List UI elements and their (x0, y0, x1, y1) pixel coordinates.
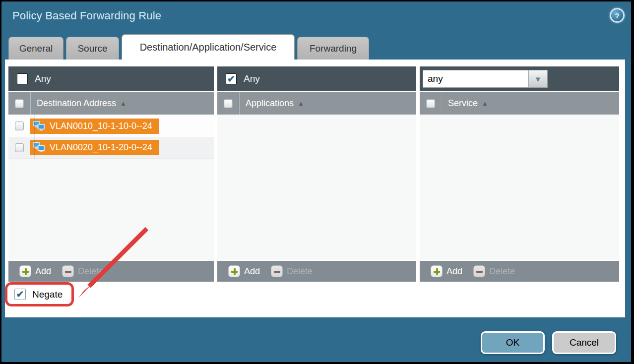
applications-column-label: Applications (246, 98, 294, 109)
tab-general-label: General (19, 43, 53, 54)
address-object-chip[interactable]: VLAN0020_10-1-20-0--24 (30, 140, 159, 155)
applications-any-bar: ✔ Any (217, 66, 416, 91)
column-divider (442, 92, 442, 115)
applications-list-body (217, 115, 416, 260)
row-checkbox[interactable] (15, 121, 24, 130)
service-dropdown-value[interactable]: any (423, 70, 529, 88)
tab-content-area: Any Destination Address ▲ (5, 60, 625, 317)
help-icon[interactable]: ? (610, 8, 625, 23)
applications-footer-bar: Add Delete (217, 260, 416, 282)
destination-any-label: Any (35, 73, 51, 84)
table-row[interactable]: VLAN0010_10-1-10-0--24 (8, 115, 214, 137)
service-column-header[interactable]: Service ▲ (420, 91, 619, 115)
add-button[interactable]: Add (431, 265, 462, 277)
ok-button-label: OK (506, 337, 519, 348)
add-button-label: Add (446, 266, 462, 277)
column-divider (239, 92, 240, 115)
service-list-body (420, 115, 619, 260)
applications-any-label: Any (244, 73, 260, 84)
destination-select-all-checkbox[interactable] (15, 99, 24, 108)
tab-general[interactable]: General (8, 37, 63, 60)
tab-source[interactable]: Source (66, 37, 119, 60)
pbf-rule-dialog: Policy Based Forwarding Rule ? General S… (1, 1, 631, 362)
destination-column-label: Destination Address (37, 98, 116, 109)
destination-column-header[interactable]: Destination Address ▲ (8, 91, 214, 115)
tab-source-label: Source (77, 43, 107, 54)
applications-any-checkbox[interactable]: ✔ (226, 73, 237, 84)
service-panel: any ▼ Service ▲ Add (420, 66, 619, 282)
delete-minus-icon (271, 265, 283, 277)
add-button-label: Add (244, 266, 260, 277)
dialog-title: Policy Based Forwarding Rule (12, 9, 161, 22)
address-object-label: VLAN0010_10-1-10-0--24 (50, 121, 152, 131)
tab-forwarding[interactable]: Forwarding (297, 37, 369, 60)
destination-any-bar: Any (8, 66, 214, 91)
applications-panel: ✔ Any Applications ▲ Add (217, 66, 416, 282)
table-row[interactable]: VLAN0020_10-1-20-0--24 (8, 137, 214, 159)
delete-button-label: Delete (287, 266, 313, 277)
tab-forwarding-label: Forwarding (310, 43, 357, 54)
sort-ascending-icon[interactable]: ▲ (482, 100, 488, 107)
negate-label: Negate (32, 289, 63, 300)
service-any-bar: any ▼ (420, 66, 619, 91)
destination-panel: Any Destination Address ▲ (8, 66, 214, 282)
tab-destination-label: Destination/Application/Service (140, 42, 277, 53)
chevron-down-icon: ▼ (534, 75, 542, 83)
add-button[interactable]: Add (228, 265, 260, 277)
address-object-chip[interactable]: VLAN0010_10-1-10-0--24 (30, 119, 159, 134)
negate-checkbox[interactable]: ✔ (14, 289, 26, 300)
screenshot-root: Policy Based Forwarding Rule ? General S… (0, 0, 634, 364)
destination-list-body: VLAN0010_10-1-10-0--24 (8, 115, 214, 260)
applications-select-all-checkbox[interactable] (224, 99, 233, 108)
checkmark-icon: ✔ (227, 73, 235, 85)
row-checkbox[interactable] (15, 143, 24, 152)
ok-button[interactable]: OK (481, 331, 545, 354)
column-divider (34, 115, 35, 159)
cancel-button[interactable]: Cancel (552, 331, 616, 354)
annotation-highlight-box: ✔ Negate (5, 282, 74, 306)
service-dropdown[interactable]: any ▼ (423, 70, 548, 88)
sort-ascending-icon[interactable]: ▲ (120, 100, 127, 107)
delete-button-disabled[interactable]: Delete (62, 265, 104, 277)
add-plus-icon (19, 265, 31, 277)
cancel-button-label: Cancel (570, 337, 599, 348)
delete-minus-icon (62, 265, 74, 277)
address-object-label: VLAN0020_10-1-20-0--24 (50, 142, 152, 153)
service-footer-bar: Add Delete (420, 260, 619, 282)
destination-footer-bar: Add Delete (8, 260, 214, 282)
add-button[interactable]: Add (19, 265, 51, 277)
add-plus-icon (431, 265, 443, 277)
service-column-label: Service (448, 98, 478, 109)
help-question-glyph: ? (611, 9, 623, 21)
dropdown-button[interactable]: ▼ (529, 70, 548, 88)
service-select-all-checkbox[interactable] (426, 99, 435, 108)
delete-button-label: Delete (78, 266, 104, 277)
tab-destination-application-service[interactable]: Destination/Application/Service (122, 34, 295, 60)
checkmark-icon: ✔ (16, 289, 24, 300)
applications-column-header[interactable]: Applications ▲ (217, 91, 416, 115)
delete-button-disabled[interactable]: Delete (473, 265, 515, 277)
destination-any-checkbox[interactable] (17, 73, 28, 84)
sort-ascending-icon[interactable]: ▲ (298, 100, 304, 107)
delete-button-label: Delete (489, 266, 515, 277)
add-plus-icon (228, 265, 240, 277)
delete-minus-icon (473, 265, 485, 277)
add-button-label: Add (35, 266, 51, 277)
delete-button-disabled[interactable]: Delete (271, 265, 313, 277)
column-divider (30, 92, 31, 115)
